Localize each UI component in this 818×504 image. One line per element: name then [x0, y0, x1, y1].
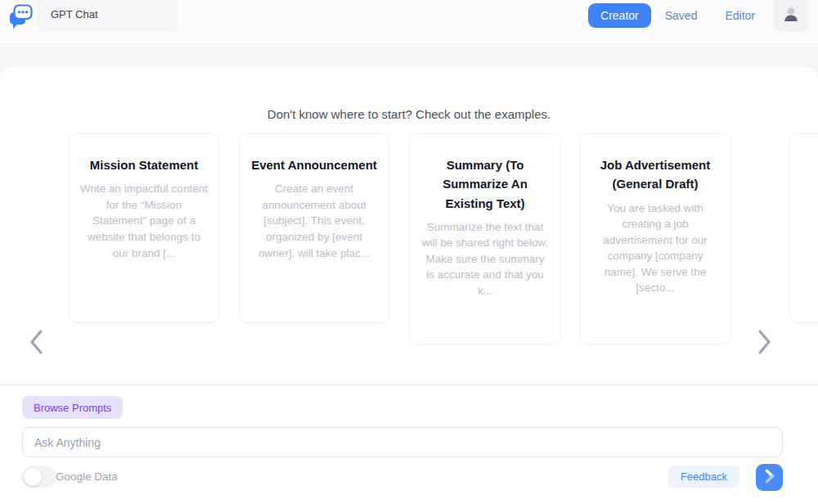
header: GPT Chat Creator Saved Editor: [0, 0, 818, 44]
chevron-right-icon: [754, 326, 774, 361]
google-data-toggle[interactable]: [22, 466, 56, 488]
browse-prompts-button[interactable]: Browse Prompts: [22, 396, 123, 419]
chat-bubbles-icon: [7, 2, 34, 32]
header-nav: Creator Saved Editor: [588, 0, 808, 44]
example-card-event-announcement[interactable]: Event Announcement Create an event annou…: [239, 133, 389, 323]
send-button[interactable]: [756, 464, 783, 491]
example-card-partial[interactable]: [789, 133, 818, 323]
google-data-label: Google Data: [56, 470, 118, 483]
chevron-left-icon: [27, 326, 47, 361]
example-card-description: Summarize the text that will be shared r…: [420, 219, 550, 299]
example-card-job-advertisement[interactable]: Job Advertisement (General Draft) You ar…: [579, 133, 731, 344]
composer: Browse Prompts Google Data Feedback: [0, 386, 818, 504]
example-card-description: Create an event announcement about [subj…: [250, 181, 378, 261]
feedback-button[interactable]: Feedback: [668, 466, 739, 488]
example-card-title: Event Announcement: [250, 155, 378, 174]
examples-panel: Don't know where to start? Check out the…: [0, 67, 818, 385]
editor-tab-link[interactable]: Editor: [711, 9, 769, 22]
carousel-prev-button[interactable]: [22, 325, 52, 361]
example-card-summary[interactable]: Summary (To Summarize An Existing Text) …: [409, 133, 561, 344]
example-card-description: Write an impactful content for the “Miss…: [80, 181, 208, 261]
example-card-title: Job Advertisement (General Draft): [591, 155, 720, 194]
example-card-title: Summary (To Summarize An Existing Text): [420, 155, 550, 213]
saved-tab-link[interactable]: Saved: [651, 9, 712, 22]
carousel-next-button[interactable]: [749, 325, 779, 361]
app-title: GPT Chat: [51, 8, 98, 20]
example-card-mission-statement[interactable]: Mission Statement Write an impactful con…: [69, 133, 219, 323]
avatar[interactable]: [774, 0, 808, 32]
examples-intro-text: Don't know where to start? Check out the…: [0, 107, 818, 121]
example-card-title: Mission Statement: [80, 155, 208, 174]
toggle-knob: [24, 468, 42, 486]
creator-tab-button[interactable]: Creator: [588, 3, 651, 28]
user-icon: [781, 5, 801, 28]
send-arrow-icon: [759, 466, 780, 489]
ask-anything-input[interactable]: [22, 427, 783, 457]
example-card-description: You are tasked with creating a job adver…: [591, 200, 720, 296]
